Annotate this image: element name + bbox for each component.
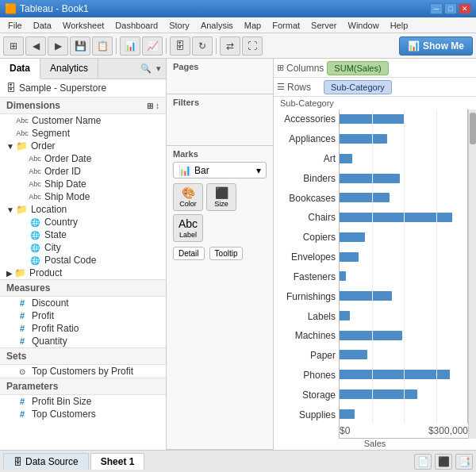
menu-window[interactable]: Window [344,19,384,32]
tooltip-button[interactable]: Tooltip [209,247,244,260]
field-order-id[interactable]: Abc Order ID [0,165,166,178]
marks-type-select[interactable]: 📊 Bar ▾ [173,162,267,178]
field-top-customers[interactable]: ⊙ Top Customers by Profit [0,365,166,378]
marks-card: Marks 📊 Bar ▾ 🎨 Color ⬛ Size [167,146,273,450]
window-title: Tableau - Book1 [20,3,89,14]
marks-detail-row: Detail Tooltip [173,247,267,263]
y-label-supplies: Supplies [275,409,336,420]
field-ship-date[interactable]: Abc Ship Date [0,178,166,190]
folder-order[interactable]: ▼ 📁 Order [0,140,166,152]
toolbar-grid-icon[interactable]: ⊞ [3,36,24,56]
tab-analytics[interactable]: Analytics [40,59,98,79]
menu-bar: File Data Worksheet Dashboard Story Anal… [0,17,476,33]
toolbar-fit-icon[interactable]: ⛶ [242,36,263,56]
new-dashboard-button[interactable]: ⬛ [435,454,452,470]
database-small-icon: 🗄 [13,457,22,466]
menu-server[interactable]: Server [306,19,341,32]
bar-labels [340,306,465,326]
field-customer-name[interactable]: Abc Customer Name [0,114,166,127]
show-me-button[interactable]: 📊 Show Me [399,36,473,56]
show-me-label: Show Me [423,40,464,52]
menu-story[interactable]: Story [164,19,194,32]
field-profit-bin-size[interactable]: # Profit Bin Size [0,395,166,408]
hash-icon: # [16,323,29,334]
folder-location[interactable]: ▼ 📁 Location [0,203,166,216]
x-axis-labels: $0 $300,000 [340,424,468,438]
field-state[interactable]: 🌐 State [0,228,166,241]
toolbar-refresh-icon[interactable]: ↻ [192,36,213,56]
menu-data[interactable]: Data [29,19,56,32]
bar-fill-storage [340,389,417,399]
toolbar-chart2-icon[interactable]: 📈 [142,36,163,56]
maximize-button[interactable]: □ [444,3,457,14]
menu-worksheet[interactable]: Worksheet [58,19,109,32]
field-country[interactable]: 🌐 Country [0,216,166,228]
show-me-icon: 📊 [408,40,420,52]
menu-analysis[interactable]: Analysis [196,19,238,32]
abc-icon: Abc [16,115,29,126]
tab-data-source[interactable]: 🗄 Data Source [3,453,89,470]
menu-dashboard[interactable]: Dashboard [110,19,163,32]
marks-type-label-row: 📊 Bar [178,164,209,176]
abc-icon: Abc [29,166,41,177]
data-source-row[interactable]: 🗄 Sample - Superstore [0,79,166,98]
close-button[interactable]: ✕ [459,3,471,14]
toolbar-copy-icon[interactable]: 📋 [92,36,113,56]
chart-container: Sub-Category Accessories Appliances Art … [274,97,476,450]
bar-appliances [340,129,465,149]
y-label-envelopes: Envelopes [275,251,336,263]
field-postal-code[interactable]: 🌐 Postal Code [0,254,166,267]
tab-sheet1[interactable]: Sheet 1 [90,453,145,470]
toolbar-swap-icon[interactable]: ⇄ [220,36,240,56]
bar-fill-envelopes [340,252,359,262]
parameters-header: Parameters [0,378,166,395]
field-quantity[interactable]: # Quantity [0,335,166,347]
detail-button[interactable]: Detail [173,247,205,260]
bar-fasteners [340,267,465,286]
bar-copiers [340,228,465,248]
menu-help[interactable]: Help [386,19,413,32]
field-profit-ratio[interactable]: # Profit Ratio [0,322,166,335]
new-worksheet-button[interactable]: 📄 [414,454,432,470]
field-segment[interactable]: Abc Segment [0,127,166,140]
toolbar-datasource-icon[interactable]: 🗄 [170,36,190,56]
marks-type-label: Bar [194,165,209,176]
folder-product[interactable]: ▶ 📁 Product [0,267,166,279]
toolbar-back-icon[interactable]: ◀ [25,36,46,56]
field-discount[interactable]: # Discount [0,297,166,309]
toolbar-chart-icon[interactable]: 📊 [120,36,140,56]
color-button[interactable]: 🎨 Color [173,183,203,211]
tab-data[interactable]: Data [0,59,40,79]
chart-scrollbar[interactable] [468,109,476,439]
chart-inner-wrapper: Sub-Category Accessories Appliances Art … [274,97,476,450]
size-button[interactable]: ⬛ Size [206,183,236,211]
label-button[interactable]: Abc Label [173,214,203,242]
middle-panel: Pages Filters Marks 📊 Bar ▾ 🎨 Co [167,59,274,450]
menu-format[interactable]: Format [267,19,305,32]
marks-buttons: 🎨 Color ⬛ Size Abc Label [173,183,267,242]
scrollbar-thumb[interactable] [470,113,476,144]
panel-tab-icons: 🔍 ▾ [139,59,166,79]
bar-bookcases [340,188,465,208]
columns-pill[interactable]: SUM(Sales) [327,61,388,75]
field-ship-mode[interactable]: Abc Ship Mode [0,190,166,203]
bar-art [340,149,465,169]
filters-content [173,110,267,142]
menu-file[interactable]: File [3,19,27,32]
search-icon[interactable]: 🔍 [139,63,153,75]
toolbar-forward-icon[interactable]: ▶ [48,36,68,56]
menu-map[interactable]: Map [240,19,266,32]
field-city[interactable]: 🌐 City [0,241,166,254]
new-story-button[interactable]: 📑 [455,454,473,470]
field-top-customers-param[interactable]: # Top Customers [0,408,166,420]
field-profit[interactable]: # Profit [0,309,166,322]
panel-menu-icon[interactable]: ▾ [155,63,163,75]
data-source-tab-label: Data Source [25,456,79,467]
toolbar-save-icon[interactable]: 💾 [70,36,90,56]
rows-pill[interactable]: Sub-Category [324,80,392,94]
minimize-button[interactable]: ─ [430,3,443,14]
chart-bars-wrapper: Accessories Appliances Art Binders Bookc… [274,109,476,439]
columns-shelf: ⊞ Columns SUM(Sales) [274,59,476,78]
field-order-date[interactable]: Abc Order Date [0,152,166,165]
globe-icon: 🌐 [29,242,41,253]
